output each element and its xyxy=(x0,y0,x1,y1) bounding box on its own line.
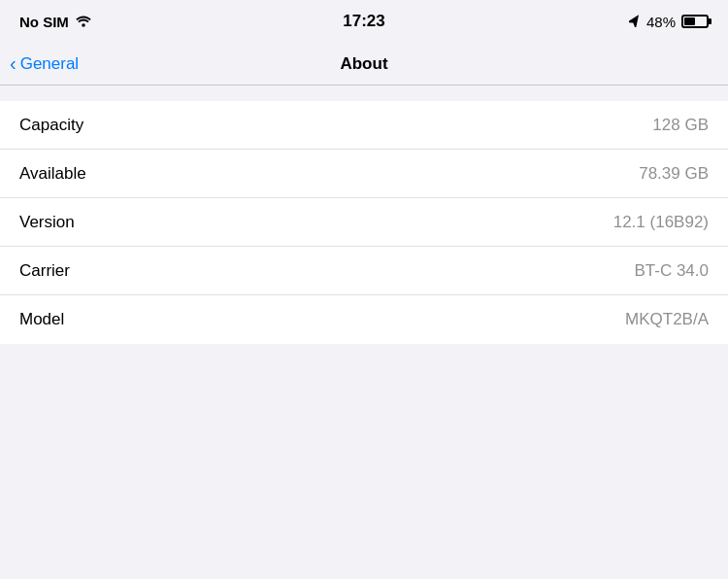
wifi-icon xyxy=(75,14,92,30)
status-time: 17:23 xyxy=(343,12,384,31)
row-value: 128 GB xyxy=(652,116,709,135)
row-value: 12.1 (16B92) xyxy=(613,213,709,232)
status-right: 48% xyxy=(629,14,709,30)
table-row: Capacity128 GB xyxy=(0,101,728,150)
nav-back-label: General xyxy=(20,54,79,74)
table-row: Version12.1 (16B92) xyxy=(0,198,728,247)
location-icon xyxy=(629,14,641,30)
table-row: Available78.39 GB xyxy=(0,150,728,198)
row-value: 78.39 GB xyxy=(639,164,709,184)
table-row: ModelMKQT2B/A xyxy=(0,295,728,344)
svg-point-0 xyxy=(82,23,85,27)
table-row: CarrierBT-C 34.0 xyxy=(0,247,728,295)
status-bar: No SIM 17:23 48% xyxy=(0,0,728,43)
settings-list: Capacity128 GBAvailable78.39 GBVersion12… xyxy=(0,101,728,344)
signal-label: No SIM xyxy=(19,14,69,30)
nav-bar: ‹ General About xyxy=(0,43,728,85)
battery-icon xyxy=(681,15,709,28)
battery-percent: 48% xyxy=(646,14,676,30)
nav-title: About xyxy=(340,54,387,74)
status-left: No SIM xyxy=(19,14,92,30)
nav-back-button[interactable]: ‹ General xyxy=(10,54,79,74)
row-label: Capacity xyxy=(19,116,83,135)
row-value: MKQT2B/A xyxy=(625,310,709,329)
row-value: BT-C 34.0 xyxy=(634,261,709,281)
row-label: Available xyxy=(19,164,86,184)
battery-fill xyxy=(684,17,695,25)
row-label: Version xyxy=(19,213,75,232)
back-chevron-icon: ‹ xyxy=(10,53,17,73)
row-label: Model xyxy=(19,310,64,329)
row-label: Carrier xyxy=(19,261,70,281)
